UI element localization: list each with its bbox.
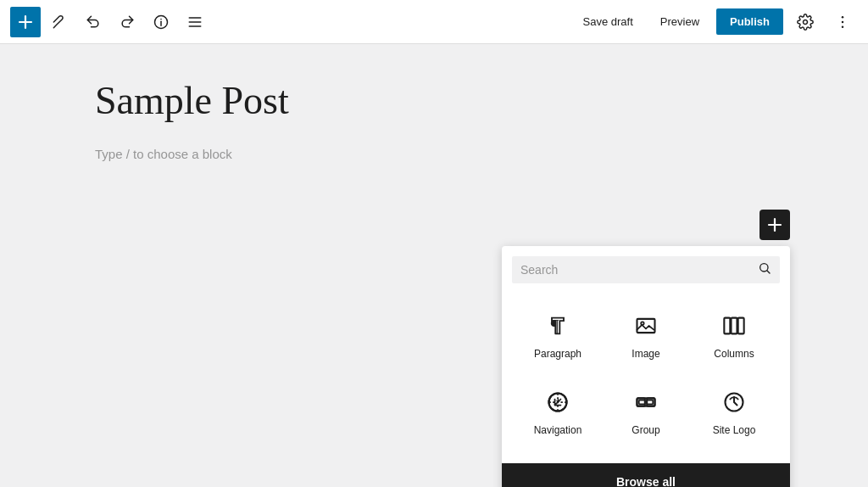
svg-point-8 bbox=[842, 20, 844, 23]
editor-content: Sample Post Type / to choose a block bbox=[78, 78, 790, 165]
group-icon bbox=[631, 387, 661, 417]
paragraph-icon: ¶ bbox=[542, 311, 573, 341]
block-placeholder[interactable]: Type / to choose a block bbox=[95, 143, 773, 165]
svg-rect-22 bbox=[647, 398, 654, 406]
svg-rect-17 bbox=[732, 318, 737, 334]
site-logo-label: Site Logo bbox=[713, 424, 756, 436]
group-label: Group bbox=[632, 424, 659, 436]
navigation-label: Navigation bbox=[534, 424, 582, 436]
toolbar-right: Save draft Preview Publish bbox=[573, 7, 858, 37]
block-search-input[interactable] bbox=[520, 263, 758, 277]
block-item-paragraph[interactable]: ¶ Paragraph bbox=[515, 297, 600, 370]
svg-point-3 bbox=[161, 19, 162, 20]
block-item-site-logo[interactable]: Site Logo bbox=[692, 373, 776, 446]
tools-button[interactable] bbox=[44, 7, 75, 37]
columns-icon bbox=[719, 311, 749, 341]
paragraph-label: Paragraph bbox=[534, 348, 581, 360]
block-inserter-inner: ¶ Paragraph bbox=[502, 246, 790, 456]
editor-area: Sample Post Type / to choose a block bbox=[0, 44, 868, 487]
image-label: Image bbox=[632, 348, 659, 360]
settings-button[interactable] bbox=[790, 7, 821, 37]
block-item-group[interactable]: Group bbox=[604, 373, 688, 446]
svg-rect-16 bbox=[724, 318, 730, 334]
browse-all-button[interactable]: Browse all bbox=[502, 463, 790, 487]
block-item-columns[interactable]: Columns bbox=[692, 297, 776, 370]
toolbar: Save draft Preview Publish bbox=[0, 0, 868, 44]
svg-rect-4 bbox=[189, 17, 202, 19]
navigation-icon bbox=[542, 387, 573, 417]
block-inserter-popup: ¶ Paragraph bbox=[502, 246, 790, 487]
post-title[interactable]: Sample Post bbox=[95, 78, 773, 123]
site-logo-icon bbox=[719, 387, 749, 417]
svg-rect-23 bbox=[637, 398, 655, 406]
svg-rect-25 bbox=[647, 400, 653, 405]
block-search-box bbox=[512, 256, 780, 283]
toolbar-left bbox=[10, 7, 573, 37]
block-grid: ¶ Paragraph bbox=[512, 297, 780, 446]
columns-label: Columns bbox=[714, 348, 754, 360]
svg-rect-24 bbox=[639, 400, 645, 405]
add-block-toolbar-button[interactable] bbox=[10, 7, 41, 37]
publish-button[interactable]: Publish bbox=[716, 8, 783, 35]
add-block-inline-button[interactable] bbox=[760, 210, 790, 240]
svg-rect-14 bbox=[637, 319, 655, 333]
svg-point-9 bbox=[842, 25, 844, 28]
list-view-button[interactable] bbox=[180, 7, 210, 37]
block-item-navigation[interactable]: Navigation bbox=[515, 373, 600, 446]
preview-button[interactable]: Preview bbox=[650, 10, 709, 33]
block-item-image[interactable]: Image bbox=[604, 297, 688, 370]
redo-button[interactable] bbox=[112, 7, 142, 37]
info-button[interactable] bbox=[146, 7, 176, 37]
svg-rect-21 bbox=[637, 398, 645, 406]
svg-rect-5 bbox=[189, 21, 202, 23]
search-icon bbox=[758, 261, 771, 278]
svg-text:¶: ¶ bbox=[551, 316, 559, 336]
svg-point-7 bbox=[842, 15, 844, 18]
save-draft-button[interactable]: Save draft bbox=[573, 10, 643, 33]
svg-rect-6 bbox=[189, 25, 202, 27]
more-options-button[interactable] bbox=[827, 7, 858, 37]
image-icon bbox=[631, 311, 661, 341]
svg-rect-18 bbox=[738, 318, 744, 334]
undo-button[interactable] bbox=[78, 7, 108, 37]
